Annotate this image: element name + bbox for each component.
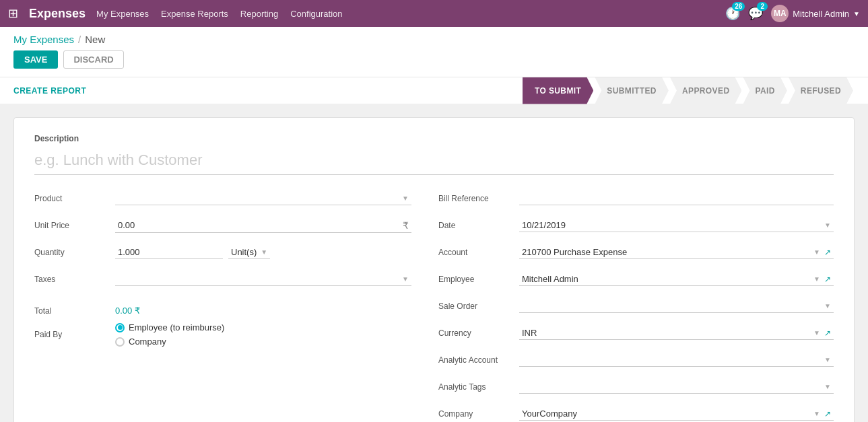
paid-by-company-option[interactable]: Company: [115, 337, 224, 347]
date-input[interactable]: [522, 220, 822, 230]
currency-symbol-icon: ₹: [403, 220, 409, 231]
unit-label: Unit(s): [231, 247, 257, 257]
paid-by-employee-option[interactable]: Employee (to reimburse): [115, 322, 224, 332]
breadcrumb-separator: /: [78, 34, 81, 45]
breadcrumb-parent[interactable]: My Expenses: [13, 34, 74, 45]
sale-order-label: Sale Order: [438, 302, 519, 311]
product-field[interactable]: ▼: [115, 192, 411, 205]
breadcrumb: My Expenses / New: [0, 27, 868, 45]
form-left: Product ▼ Unit Price ₹: [34, 188, 411, 422]
product-label: Product: [34, 194, 115, 203]
menu-reporting[interactable]: Reporting: [240, 9, 278, 19]
taxes-input[interactable]: [118, 274, 399, 284]
paid-by-company-label: Company: [129, 337, 166, 347]
status-step-to_submit[interactable]: TO SUBMIT: [523, 77, 593, 104]
employee-field[interactable]: ▼ ↗: [519, 273, 834, 286]
analytic-account-field[interactable]: ▼: [519, 353, 834, 367]
analytic-account-input[interactable]: [522, 355, 822, 365]
breadcrumb-current: New: [85, 34, 105, 45]
user-name: Mitchell Admin: [793, 9, 849, 19]
discard-button[interactable]: DISCARD: [63, 50, 123, 69]
bill-reference-row: Bill Reference: [438, 188, 834, 209]
company-field[interactable]: ▼ ↗: [519, 407, 834, 421]
expense-form: Description Product ▼ Unit Pri: [13, 117, 855, 422]
analytic-tags-row: Analytic Tags ▼: [438, 377, 834, 397]
company-input[interactable]: [522, 409, 811, 419]
analytic-tags-caret-icon: ▼: [824, 383, 831, 390]
account-select[interactable]: ▼: [522, 247, 820, 257]
company-external-link-icon[interactable]: ↗: [824, 409, 831, 419]
status-step-refused[interactable]: REFUSED: [789, 77, 853, 104]
sale-order-input[interactable]: [522, 301, 822, 311]
sale-order-caret-icon: ▼: [824, 302, 831, 310]
menu-configuration[interactable]: Configuration: [290, 9, 342, 19]
account-external-link-icon[interactable]: ↗: [824, 248, 831, 257]
nav-left: ⊞ Expenses My Expenses Expense Reports R…: [8, 6, 343, 21]
taxes-row: Taxes ▼: [34, 269, 411, 289]
date-caret-icon: ▼: [824, 221, 831, 229]
currency-caret-icon: ▼: [813, 329, 820, 337]
chat-icon-wrap[interactable]: 💬 2: [748, 6, 763, 21]
top-navigation: ⊞ Expenses My Expenses Expense Reports R…: [0, 0, 868, 27]
date-row: Date ▼: [438, 215, 834, 236]
analytic-account-row: Analytic Account ▼: [438, 350, 834, 370]
paid-by-row: Paid By Employee (to reimburse) Company: [34, 322, 411, 347]
analytic-tags-label: Analytic Tags: [438, 382, 519, 392]
analytic-account-label: Analytic Account: [438, 355, 519, 365]
taxes-label: Taxes: [34, 275, 115, 284]
currency-input[interactable]: [522, 328, 811, 338]
paid-by-company-radio[interactable]: [115, 337, 125, 347]
taxes-field[interactable]: ▼: [115, 273, 411, 286]
unit-price-field[interactable]: ₹: [115, 219, 411, 233]
menu-expense-reports[interactable]: Expense Reports: [161, 9, 228, 19]
analytic-tags-select[interactable]: ▼: [522, 382, 831, 392]
paid-by-employee-radio[interactable]: [115, 323, 125, 332]
taxes-select[interactable]: ▼: [118, 274, 409, 284]
create-report-button[interactable]: CREATE REPORT: [13, 86, 86, 96]
clock-icon-wrap[interactable]: 🕐 26: [725, 6, 740, 21]
bill-reference-label: Bill Reference: [438, 194, 519, 203]
description-input[interactable]: [34, 149, 834, 175]
unit-price-input[interactable]: [118, 220, 400, 230]
total-value: 0.00 ₹: [115, 306, 140, 316]
analytic-tags-field[interactable]: ▼: [519, 380, 834, 394]
analytic-account-select[interactable]: ▼: [522, 355, 831, 365]
company-select[interactable]: ▼: [522, 409, 820, 419]
status-step-approved[interactable]: APPROVED: [670, 77, 742, 104]
date-select[interactable]: ▼: [522, 220, 831, 230]
bill-reference-field[interactable]: [519, 192, 834, 205]
status-step-paid[interactable]: PAID: [743, 77, 787, 104]
employee-select[interactable]: ▼: [522, 274, 820, 284]
currency-field[interactable]: ▼ ↗: [519, 326, 834, 340]
user-menu[interactable]: MA Mitchell Admin ▼: [771, 5, 860, 22]
quantity-field[interactable]: [115, 246, 223, 259]
employee-input[interactable]: [522, 274, 811, 284]
form-columns: Product ▼ Unit Price ₹: [34, 188, 834, 422]
grid-menu-icon[interactable]: ⊞: [8, 6, 18, 21]
quantity-row: Quantity Unit(s) ▼: [34, 242, 411, 262]
unit-caret-icon: ▼: [261, 248, 267, 256]
product-select[interactable]: ▼: [118, 193, 409, 203]
company-caret-icon: ▼: [813, 410, 820, 417]
analytic-tags-input[interactable]: [522, 382, 822, 392]
account-input[interactable]: [522, 247, 811, 257]
quantity-input[interactable]: [118, 247, 220, 257]
unit-price-label: Unit Price: [34, 221, 115, 230]
save-button[interactable]: SAVE: [13, 50, 58, 69]
unit-price-row: Unit Price ₹: [34, 215, 411, 236]
menu-my-expenses[interactable]: My Expenses: [96, 9, 149, 19]
product-input[interactable]: [118, 193, 399, 203]
action-bar: SAVE DISCARD: [0, 45, 868, 77]
currency-select[interactable]: ▼: [522, 328, 820, 338]
paid-by-options: Employee (to reimburse) Company: [115, 322, 224, 347]
bill-reference-input[interactable]: [522, 193, 831, 203]
employee-external-link-icon[interactable]: ↗: [824, 275, 831, 284]
status-step-submitted[interactable]: SUBMITTED: [595, 77, 669, 104]
sale-order-select[interactable]: ▼: [522, 301, 831, 311]
currency-external-link-icon[interactable]: ↗: [824, 328, 831, 338]
date-field[interactable]: ▼: [519, 219, 834, 232]
unit-select[interactable]: Unit(s) ▼: [228, 246, 270, 259]
analytic-account-caret-icon: ▼: [824, 356, 831, 363]
sale-order-field[interactable]: ▼: [519, 300, 834, 313]
account-field[interactable]: ▼ ↗: [519, 246, 834, 259]
